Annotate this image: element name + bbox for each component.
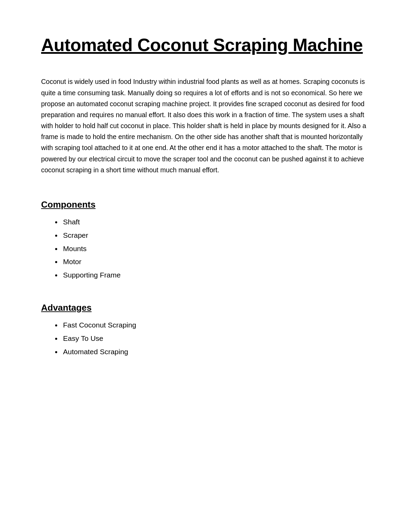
list-item: Automated Scraping [62,345,370,359]
list-item: Scraper [62,229,370,242]
list-item: Shaft [62,215,370,229]
list-item: Easy To Use [62,332,370,345]
page-title: Automated Coconut Scraping Machine [41,34,370,55]
list-item: Motor [62,255,370,269]
page-container: Automated Coconut Scraping Machine Cocon… [0,0,411,532]
advantages-section: Advantages Fast Coconut Scraping Easy To… [41,302,370,359]
components-section: Components Shaft Scraper Mounts Motor Su… [41,199,370,282]
list-item: Supporting Frame [62,269,370,282]
components-list: Shaft Scraper Mounts Motor Supporting Fr… [41,215,370,282]
list-item: Fast Coconut Scraping [62,319,370,332]
components-heading: Components [41,199,370,210]
advantages-heading: Advantages [41,302,370,313]
advantages-list: Fast Coconut Scraping Easy To Use Automa… [41,319,370,359]
intro-paragraph: Coconut is widely used in food Industry … [41,76,370,175]
list-item: Mounts [62,242,370,256]
